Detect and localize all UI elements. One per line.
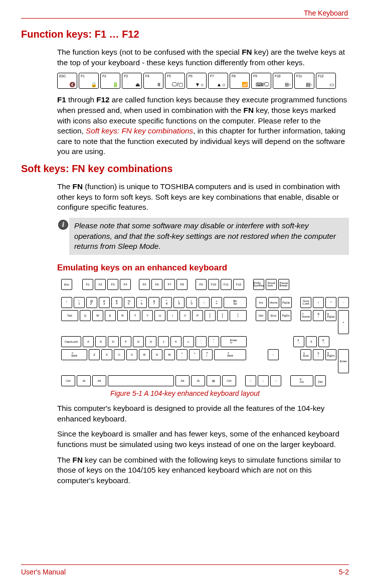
keycap: * (325, 297, 336, 308)
keycap: 6→ (318, 336, 329, 347)
bold-fn: FN (73, 182, 83, 191)
keycap: PgDn (280, 310, 291, 321)
keycap: &7 (148, 297, 159, 308)
keycap: Z (89, 349, 100, 360)
keycap: F4 (120, 279, 131, 290)
paragraph: Since the keyboard is smaller and has fe… (57, 429, 349, 450)
section-heading-soft-keys: Soft keys: FN key combinations (21, 163, 349, 175)
keycap: ← (245, 375, 256, 386)
fn-key: F12▭ (316, 73, 336, 89)
text: through (66, 95, 96, 104)
paragraph: The function keys (not to be confused wi… (57, 47, 349, 68)
fn-key: F6▼☼ (187, 73, 207, 89)
keycap: *8 (161, 297, 172, 308)
bold-fn: FN (244, 106, 254, 114)
keycap: >. (189, 349, 200, 360)
keycap: PgUp (281, 297, 292, 308)
section-heading-function-keys: Function keys: F1 … F12 (21, 29, 349, 40)
keycap: X (101, 349, 112, 360)
keycap: B (139, 349, 150, 360)
fn-key: F3⏏ (122, 73, 142, 89)
keycap: 5 (306, 336, 317, 347)
keycap: M (164, 349, 175, 360)
keyboard-104-figure: EscF1F2F3F4F5F6F7F8F9F10F11F12PrtScSysRe… (61, 279, 349, 386)
keycap: 3PgDn (325, 349, 336, 360)
keycap: V (126, 349, 137, 360)
keycap: F3 (107, 279, 118, 290)
keycap: 9PgUp (325, 310, 336, 321)
keycap: F12 (233, 279, 244, 290)
fn-key: F5🖵/▢ (165, 73, 185, 89)
keycap: NumLock (300, 297, 311, 308)
keycap: F8 (176, 279, 188, 290)
keycap: {[ (205, 310, 216, 321)
paragraph: F1 through F12 are called function keys … (57, 95, 349, 157)
keycap: ↓ (258, 375, 269, 386)
keycap: ⇧Shift (61, 349, 87, 360)
subsection-heading-emulating: Emulating keys on an enhanced keyboard (57, 263, 349, 273)
link-soft-keys[interactable]: Soft keys: FN key combinations (86, 126, 193, 135)
keycap: _- (199, 297, 210, 308)
keycap: 2↓ (313, 349, 324, 360)
keycap: T (129, 310, 140, 321)
keycap: @2 (86, 297, 97, 308)
text: The (57, 182, 73, 191)
keycap: ⊞ (77, 375, 91, 386)
keycap: F9 (196, 279, 207, 290)
keycap: Ctrl (61, 375, 75, 386)
keycap: Scrolllock (266, 279, 277, 290)
page-header-chapter: The Keyboard (21, 9, 349, 18)
keycap: (9 (173, 297, 184, 308)
paragraph: This computer's keyboard is designed to … (57, 403, 349, 424)
keycap: ⊞ (191, 375, 205, 386)
keycap: N (151, 349, 162, 360)
keycap: F10 (208, 279, 219, 290)
text: The (57, 456, 73, 464)
text: key can be combined with the following k… (57, 456, 340, 485)
keycap: PauseBreak (278, 279, 289, 290)
keycap: W (92, 310, 103, 321)
fn-key: ESC🔇 (57, 73, 77, 89)
footer-right: 5-2 (339, 568, 349, 576)
keycap: Enter (338, 349, 349, 373)
keycap: - (338, 297, 349, 308)
keycap: Alt (175, 375, 190, 386)
keycap: ⇧Shift (214, 349, 246, 360)
text: (function) is unique to TOSHIBA computer… (57, 182, 340, 211)
bold-f12: F12 (96, 95, 109, 104)
keycap: F2 (95, 279, 106, 290)
keycap: Alt (92, 375, 106, 386)
text: The function keys (not to be confused wi… (57, 48, 242, 56)
keycap: R (117, 310, 128, 321)
paragraph: The FN key can be combined with the foll… (57, 455, 349, 486)
keycap: <, (176, 349, 188, 360)
bold-fn: FN (242, 48, 252, 56)
keycap: F11 (221, 279, 232, 290)
keycap: C (114, 349, 125, 360)
keycap: 8↑ (313, 310, 324, 321)
keycap: / (313, 297, 324, 308)
fn-key: F7▲☼ (208, 73, 228, 89)
fn-key: F8📶 (230, 73, 250, 89)
keycap: → (270, 375, 281, 386)
figure-caption: Figure 5-1 A 104-key enhanced keyboard l… (57, 389, 313, 397)
header-rule (21, 18, 349, 19)
bold-fn: FN (73, 456, 83, 464)
keycap: 7Home (300, 310, 311, 321)
keycap: Q (80, 310, 91, 321)
fn-key: F10⊞◦ (273, 73, 293, 89)
keycap: End (268, 310, 279, 321)
bold-f1: F1 (57, 95, 66, 104)
keycap: |\ (230, 310, 247, 321)
keycap: F1 (82, 279, 93, 290)
keycap: U (154, 310, 165, 321)
keycap: !1 (74, 297, 85, 308)
keycap: Home (268, 297, 279, 308)
keycap: 1End (300, 349, 311, 360)
keycap: P (192, 310, 203, 321)
fn-key: F1🔒 (79, 73, 99, 89)
keycap: ^6 (136, 297, 147, 308)
note-box: i Please note that some software may dis… (57, 218, 349, 255)
keycap: )0 (186, 297, 197, 308)
keycap (108, 375, 174, 386)
